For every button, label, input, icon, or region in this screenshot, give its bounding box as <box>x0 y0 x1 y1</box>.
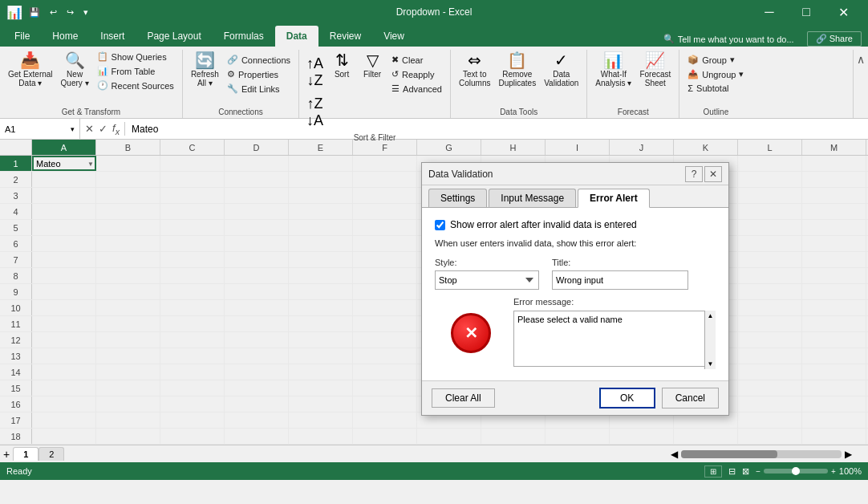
cell-a6[interactable] <box>32 236 96 251</box>
cell-l5[interactable] <box>738 220 802 235</box>
col-header-e[interactable]: E <box>289 140 353 155</box>
cell-l14[interactable] <box>738 364 802 380</box>
row-header-10[interactable]: 10 <box>0 300 32 315</box>
tab-formulas[interactable]: Formulas <box>213 26 275 47</box>
cell-a17[interactable] <box>32 413 96 428</box>
close-btn[interactable]: ✕ <box>825 0 862 24</box>
cell-e2[interactable] <box>289 172 353 187</box>
cell-b7[interactable] <box>96 252 160 267</box>
tab-home[interactable]: Home <box>41 26 89 47</box>
clear-all-btn[interactable]: Clear All <box>432 388 495 408</box>
new-query-btn[interactable]: 🔍 NewQuery ▾ <box>58 50 92 96</box>
cell-f17[interactable] <box>353 413 417 428</box>
show-queries-btn[interactable]: 📋 Show Queries <box>94 50 177 63</box>
save-qat-btn[interactable]: 💾 <box>26 6 43 19</box>
cell-e7[interactable] <box>289 252 353 267</box>
cell-b9[interactable] <box>96 284 160 299</box>
cell-l18[interactable] <box>738 429 802 444</box>
undo-qat-btn[interactable]: ↩ <box>47 6 60 19</box>
cell-b15[interactable] <box>96 380 160 396</box>
insert-function-btn[interactable]: fx <box>112 122 120 136</box>
group-btn[interactable]: 📦 Group ▾ <box>684 53 747 67</box>
style-select[interactable]: Stop Warning Information <box>435 270 539 290</box>
cell-e5[interactable] <box>289 220 353 235</box>
cell-l6[interactable] <box>738 236 802 251</box>
cell-f11[interactable] <box>353 316 417 331</box>
cell-l7[interactable] <box>738 252 802 267</box>
row-header-1[interactable]: 1 <box>0 156 32 171</box>
tab-file[interactable]: File <box>3 26 41 47</box>
sheet-tab-1[interactable]: 1 <box>13 447 39 461</box>
cell-e12[interactable] <box>289 332 353 348</box>
cell-a14[interactable] <box>32 364 96 380</box>
dropdown-arrow[interactable]: ▼ <box>87 160 94 167</box>
cell-b17[interactable] <box>96 413 160 428</box>
cell-b13[interactable] <box>96 348 160 364</box>
col-header-c[interactable]: C <box>160 140 225 155</box>
cell-m3[interactable] <box>802 188 866 203</box>
cell-i18[interactable] <box>546 429 610 444</box>
cell-d2[interactable] <box>225 172 289 187</box>
cell-c9[interactable] <box>160 284 225 299</box>
sort-ascending-btn[interactable]: ↑A↓Z <box>304 53 326 91</box>
cell-m10[interactable] <box>802 300 866 315</box>
row-header-9[interactable]: 9 <box>0 284 32 299</box>
cell-d12[interactable] <box>225 332 289 348</box>
cell-a3[interactable] <box>32 188 96 203</box>
cell-c18[interactable] <box>160 429 225 444</box>
scroll-right-btn[interactable]: ▶ <box>845 449 852 460</box>
col-header-k[interactable]: K <box>674 140 738 155</box>
row-header-5[interactable]: 5 <box>0 220 32 235</box>
col-header-l[interactable]: L <box>738 140 802 155</box>
cell-c12[interactable] <box>160 332 225 348</box>
show-error-checkbox[interactable] <box>435 220 445 230</box>
cancel-formula-btn[interactable]: ✕ <box>85 123 94 135</box>
new-sheet-btn[interactable]: + <box>0 448 13 461</box>
cell-b18[interactable] <box>96 429 160 444</box>
cell-d18[interactable] <box>225 429 289 444</box>
minimize-btn[interactable]: ─ <box>751 0 788 24</box>
cell-f9[interactable] <box>353 284 417 299</box>
ribbon-collapse-btn[interactable]: ∧ <box>857 53 865 66</box>
cell-e14[interactable] <box>289 364 353 380</box>
cell-d6[interactable] <box>225 236 289 251</box>
redo-qat-btn[interactable]: ↪ <box>63 6 77 19</box>
cell-a9[interactable] <box>32 284 96 299</box>
cell-f15[interactable] <box>353 380 417 396</box>
cell-l11[interactable] <box>738 316 802 331</box>
tab-review[interactable]: Review <box>318 26 372 47</box>
cell-b3[interactable] <box>96 188 160 203</box>
cell-d9[interactable] <box>225 284 289 299</box>
get-external-data-btn[interactable]: 📥 Get ExternalData ▾ <box>5 50 56 96</box>
cell-a15[interactable] <box>32 380 96 396</box>
cell-c4[interactable] <box>160 204 225 219</box>
row-header-6[interactable]: 6 <box>0 236 32 251</box>
cell-m8[interactable] <box>802 268 866 283</box>
customize-qat-btn[interactable]: ▾ <box>80 6 91 19</box>
reapply-btn[interactable]: ↺ Reapply <box>388 67 445 81</box>
cell-e9[interactable] <box>289 284 353 299</box>
cell-l12[interactable] <box>738 332 802 348</box>
cell-a10[interactable] <box>32 300 96 315</box>
tab-insert[interactable]: Insert <box>89 26 136 47</box>
cell-c2[interactable] <box>160 172 225 187</box>
cell-f10[interactable] <box>353 300 417 315</box>
cell-a11[interactable] <box>32 316 96 331</box>
cell-e6[interactable] <box>289 236 353 251</box>
cell-l9[interactable] <box>738 284 802 299</box>
cell-b2[interactable] <box>96 172 160 187</box>
cell-c13[interactable] <box>160 348 225 364</box>
cell-f14[interactable] <box>353 364 417 380</box>
col-header-d[interactable]: D <box>225 140 289 155</box>
name-box[interactable]: A1 ▾ <box>0 119 80 139</box>
row-header-14[interactable]: 14 <box>0 364 32 380</box>
cell-a16[interactable] <box>32 396 96 412</box>
cell-e3[interactable] <box>289 188 353 203</box>
clear-btn[interactable]: ✖ Clear <box>388 53 445 67</box>
cell-d15[interactable] <box>225 380 289 396</box>
cell-e13[interactable] <box>289 348 353 364</box>
cell-m11[interactable] <box>802 316 866 331</box>
row-header-18[interactable]: 18 <box>0 429 32 444</box>
row-header-16[interactable]: 16 <box>0 396 32 412</box>
cell-e18[interactable] <box>289 429 353 444</box>
